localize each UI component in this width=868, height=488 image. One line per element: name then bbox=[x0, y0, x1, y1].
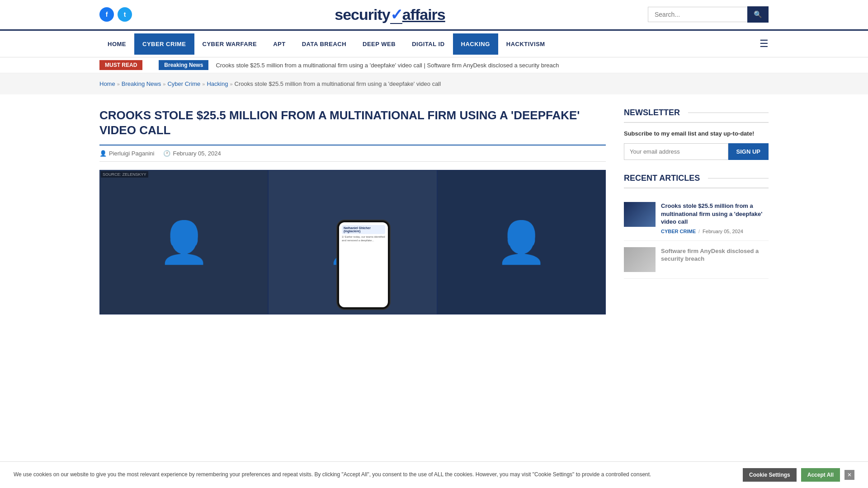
article-image: 👤 SOURCE: ZELENSKYY 👤 👤 Nathaniel Ghiche… bbox=[99, 170, 606, 314]
ticker-text: Crooks stole $25.5 million from a multin… bbox=[216, 62, 559, 69]
main-nav: HOME CYBER CRIME CYBER WARFARE APT DATA … bbox=[0, 29, 868, 57]
author-icon: 👤 bbox=[99, 150, 107, 157]
email-input[interactable] bbox=[624, 143, 728, 160]
recent-thumb-img-1 bbox=[624, 202, 656, 227]
signup-button[interactable]: SIGN UP bbox=[728, 143, 769, 160]
must-read-label: MUST READ bbox=[99, 60, 142, 70]
logo-text: security✓affairs bbox=[335, 5, 445, 23]
email-form: SIGN UP bbox=[624, 143, 769, 160]
article-title: CROOKS STOLE $25.5 MILLION FROM A MULTIN… bbox=[99, 108, 606, 137]
breadcrumb-current: Crooks stole $25.5 million from a multin… bbox=[235, 80, 441, 87]
breadcrumb-breaking-news[interactable]: Breaking News bbox=[122, 80, 161, 87]
recent-tag-1[interactable]: CYBER CRIME bbox=[661, 229, 696, 234]
article-meta: 👤 Pierluigi Paganini 🕐 February 05, 2024 bbox=[99, 145, 606, 162]
breadcrumb-hacking[interactable]: Hacking bbox=[207, 80, 228, 87]
recent-articles-title: RECENT ARTICLES bbox=[624, 174, 769, 188]
breadcrumb-sep-2: » bbox=[163, 81, 165, 87]
search-input[interactable] bbox=[648, 7, 747, 22]
newsletter-description: Subscribe to my email list and stay up-t… bbox=[624, 130, 769, 137]
breadcrumb-home[interactable]: Home bbox=[99, 80, 115, 87]
recent-meta-1: CYBER CRIME / February 05, 2024 bbox=[661, 229, 769, 234]
search-button[interactable]: 🔍 bbox=[747, 6, 769, 23]
recent-content-1: Crooks stole $25.5 million from a multin… bbox=[661, 202, 769, 234]
recent-title-2[interactable]: Software firm AnyDesk disclosed a securi… bbox=[661, 247, 769, 263]
facebook-icon[interactable]: f bbox=[99, 7, 114, 22]
recent-thumb-2 bbox=[624, 247, 656, 272]
phone-screen: Nathaniel Ghicher (inglaciere) 1/ Earlie… bbox=[339, 222, 388, 307]
recent-date-1: February 05, 2024 bbox=[703, 229, 743, 234]
breadcrumb-sep-4: » bbox=[230, 81, 232, 87]
phone-message: 1/ Earlier today, our teams identified a… bbox=[342, 235, 385, 243]
ticker-bar: MUST READ Breaking News Crooks stole $25… bbox=[0, 57, 868, 73]
phone-notification: Nathaniel Ghicher (inglaciere) bbox=[342, 225, 385, 234]
search-bar: 🔍 bbox=[648, 6, 769, 23]
image-placeholder: 👤 SOURCE: ZELENSKYY 👤 👤 Nathaniel Ghiche… bbox=[99, 170, 606, 314]
breadcrumb: Home » Breaking News » Cyber Crime » Hac… bbox=[0, 73, 868, 94]
source-label-1: SOURCE: ZELENSKYY bbox=[101, 171, 148, 178]
recent-thumb-img-2 bbox=[624, 247, 656, 272]
recent-articles-section: RECENT ARTICLES Crooks stole $25.5 milli… bbox=[624, 174, 769, 279]
breadcrumb-cyber-crime[interactable]: Cyber Crime bbox=[167, 80, 200, 87]
recent-thumb-1 bbox=[624, 202, 656, 227]
nav-item-home[interactable]: HOME bbox=[99, 33, 134, 55]
date-meta: 🕐 February 05, 2024 bbox=[163, 150, 221, 157]
author-name: Pierluigi Paganini bbox=[109, 150, 154, 157]
recent-article-1: Crooks stole $25.5 million from a multin… bbox=[624, 196, 769, 241]
clock-icon: 🕐 bbox=[163, 150, 170, 157]
site-logo[interactable]: security✓affairs bbox=[335, 5, 445, 23]
sidebar-column: NEWSLETTER Subscribe to my email list an… bbox=[624, 108, 769, 292]
breadcrumb-sep-3: » bbox=[202, 81, 205, 87]
social-icons: f t bbox=[99, 7, 132, 22]
recent-article-2: Software firm AnyDesk disclosed a securi… bbox=[624, 241, 769, 279]
breaking-news-label: Breaking News bbox=[159, 60, 208, 70]
author-meta: 👤 Pierluigi Paganini bbox=[99, 150, 154, 157]
nav-item-digital-id[interactable]: DIGITAL ID bbox=[404, 33, 453, 55]
nav-item-cyber-warfare[interactable]: CYBER WARFARE bbox=[194, 33, 265, 55]
newsletter-section: NEWSLETTER Subscribe to my email list an… bbox=[624, 108, 769, 160]
nav-hamburger-icon[interactable]: ☰ bbox=[760, 31, 769, 57]
recent-content-2: Software firm AnyDesk disclosed a securi… bbox=[661, 247, 769, 272]
recent-divider-1: / bbox=[698, 229, 700, 234]
breadcrumb-sep-1: » bbox=[117, 81, 120, 87]
nav-item-hacktivism[interactable]: HACKTIVISM bbox=[498, 33, 553, 55]
phone-overlay: Nathaniel Ghicher (inglaciere) 1/ Earlie… bbox=[336, 220, 391, 310]
article-date: February 05, 2024 bbox=[173, 150, 221, 157]
twitter-icon[interactable]: t bbox=[118, 7, 132, 22]
nav-item-data-breach[interactable]: DATA BREACH bbox=[294, 33, 354, 55]
nav-item-cyber-crime[interactable]: CYBER CRIME bbox=[134, 33, 194, 55]
nav-item-deep-web[interactable]: DEEP WEB bbox=[354, 33, 404, 55]
nav-item-hacking[interactable]: HACKING bbox=[453, 33, 498, 55]
newsletter-title: NEWSLETTER bbox=[624, 108, 769, 123]
main-layout: CROOKS STOLE $25.5 MILLION FROM A MULTIN… bbox=[0, 94, 868, 328]
recent-title-1[interactable]: Crooks stole $25.5 million from a multin… bbox=[661, 202, 769, 226]
top-bar: f t security✓affairs 🔍 bbox=[0, 0, 868, 29]
article-column: CROOKS STOLE $25.5 MILLION FROM A MULTIN… bbox=[99, 108, 606, 314]
nav-item-apt[interactable]: APT bbox=[265, 33, 294, 55]
